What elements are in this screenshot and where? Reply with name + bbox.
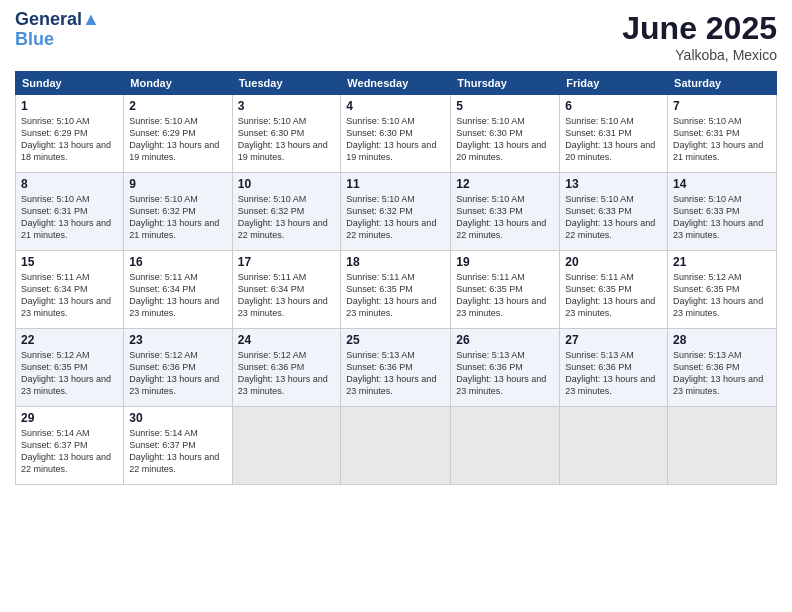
day-number: 10: [238, 177, 336, 191]
col-sunday: Sunday: [16, 72, 124, 95]
day-info: Sunrise: 5:13 AM Sunset: 6:36 PM Dayligh…: [346, 349, 445, 398]
calendar-cell: 25 Sunrise: 5:13 AM Sunset: 6:36 PM Dayl…: [341, 329, 451, 407]
day-number: 22: [21, 333, 118, 347]
day-info: Sunrise: 5:10 AM Sunset: 6:33 PM Dayligh…: [565, 193, 662, 242]
day-number: 3: [238, 99, 336, 113]
calendar-week-5: 29 Sunrise: 5:14 AM Sunset: 6:37 PM Dayl…: [16, 407, 777, 485]
calendar-cell: 10 Sunrise: 5:10 AM Sunset: 6:32 PM Dayl…: [232, 173, 341, 251]
calendar-cell: 7 Sunrise: 5:10 AM Sunset: 6:31 PM Dayli…: [668, 95, 777, 173]
day-info: Sunrise: 5:13 AM Sunset: 6:36 PM Dayligh…: [565, 349, 662, 398]
calendar-cell: 9 Sunrise: 5:10 AM Sunset: 6:32 PM Dayli…: [124, 173, 232, 251]
calendar-cell: 21 Sunrise: 5:12 AM Sunset: 6:35 PM Dayl…: [668, 251, 777, 329]
day-number: 16: [129, 255, 226, 269]
title-area: June 2025 Yalkoba, Mexico: [622, 10, 777, 63]
calendar-table: Sunday Monday Tuesday Wednesday Thursday…: [15, 71, 777, 485]
col-monday: Monday: [124, 72, 232, 95]
calendar-cell: 16 Sunrise: 5:11 AM Sunset: 6:34 PM Dayl…: [124, 251, 232, 329]
day-info: Sunrise: 5:10 AM Sunset: 6:31 PM Dayligh…: [21, 193, 118, 242]
day-info: Sunrise: 5:10 AM Sunset: 6:29 PM Dayligh…: [21, 115, 118, 164]
day-number: 14: [673, 177, 771, 191]
day-number: 2: [129, 99, 226, 113]
day-number: 17: [238, 255, 336, 269]
day-number: 27: [565, 333, 662, 347]
day-info: Sunrise: 5:10 AM Sunset: 6:29 PM Dayligh…: [129, 115, 226, 164]
calendar-cell: 2 Sunrise: 5:10 AM Sunset: 6:29 PM Dayli…: [124, 95, 232, 173]
day-number: 6: [565, 99, 662, 113]
calendar-week-4: 22 Sunrise: 5:12 AM Sunset: 6:35 PM Dayl…: [16, 329, 777, 407]
day-info: Sunrise: 5:10 AM Sunset: 6:30 PM Dayligh…: [456, 115, 554, 164]
calendar-week-1: 1 Sunrise: 5:10 AM Sunset: 6:29 PM Dayli…: [16, 95, 777, 173]
calendar-cell: 28 Sunrise: 5:13 AM Sunset: 6:36 PM Dayl…: [668, 329, 777, 407]
calendar-cell: 13 Sunrise: 5:10 AM Sunset: 6:33 PM Dayl…: [560, 173, 668, 251]
day-number: 15: [21, 255, 118, 269]
calendar-cell: 5 Sunrise: 5:10 AM Sunset: 6:30 PM Dayli…: [451, 95, 560, 173]
calendar-cell: 26 Sunrise: 5:13 AM Sunset: 6:36 PM Dayl…: [451, 329, 560, 407]
day-number: 1: [21, 99, 118, 113]
day-info: Sunrise: 5:13 AM Sunset: 6:36 PM Dayligh…: [673, 349, 771, 398]
col-saturday: Saturday: [668, 72, 777, 95]
calendar-cell: 27 Sunrise: 5:13 AM Sunset: 6:36 PM Dayl…: [560, 329, 668, 407]
calendar-cell: 1 Sunrise: 5:10 AM Sunset: 6:29 PM Dayli…: [16, 95, 124, 173]
calendar-week-3: 15 Sunrise: 5:11 AM Sunset: 6:34 PM Dayl…: [16, 251, 777, 329]
day-number: 8: [21, 177, 118, 191]
day-info: Sunrise: 5:14 AM Sunset: 6:37 PM Dayligh…: [129, 427, 226, 476]
day-number: 21: [673, 255, 771, 269]
day-number: 12: [456, 177, 554, 191]
day-number: 23: [129, 333, 226, 347]
day-info: Sunrise: 5:10 AM Sunset: 6:31 PM Dayligh…: [673, 115, 771, 164]
day-info: Sunrise: 5:10 AM Sunset: 6:33 PM Dayligh…: [456, 193, 554, 242]
calendar-cell: 19 Sunrise: 5:11 AM Sunset: 6:35 PM Dayl…: [451, 251, 560, 329]
col-wednesday: Wednesday: [341, 72, 451, 95]
day-info: Sunrise: 5:11 AM Sunset: 6:34 PM Dayligh…: [238, 271, 336, 320]
day-number: 9: [129, 177, 226, 191]
day-info: Sunrise: 5:12 AM Sunset: 6:35 PM Dayligh…: [21, 349, 118, 398]
month-title: June 2025: [622, 10, 777, 47]
calendar-cell: [451, 407, 560, 485]
day-info: Sunrise: 5:14 AM Sunset: 6:37 PM Dayligh…: [21, 427, 118, 476]
day-info: Sunrise: 5:10 AM Sunset: 6:32 PM Dayligh…: [238, 193, 336, 242]
day-number: 4: [346, 99, 445, 113]
calendar-cell: 18 Sunrise: 5:11 AM Sunset: 6:35 PM Dayl…: [341, 251, 451, 329]
day-number: 20: [565, 255, 662, 269]
calendar-cell: 30 Sunrise: 5:14 AM Sunset: 6:37 PM Dayl…: [124, 407, 232, 485]
calendar-cell: 8 Sunrise: 5:10 AM Sunset: 6:31 PM Dayli…: [16, 173, 124, 251]
calendar-cell: 6 Sunrise: 5:10 AM Sunset: 6:31 PM Dayli…: [560, 95, 668, 173]
calendar-cell: 23 Sunrise: 5:12 AM Sunset: 6:36 PM Dayl…: [124, 329, 232, 407]
day-number: 29: [21, 411, 118, 425]
day-info: Sunrise: 5:12 AM Sunset: 6:35 PM Dayligh…: [673, 271, 771, 320]
calendar-cell: 12 Sunrise: 5:10 AM Sunset: 6:33 PM Dayl…: [451, 173, 560, 251]
calendar-cell: 24 Sunrise: 5:12 AM Sunset: 6:36 PM Dayl…: [232, 329, 341, 407]
day-info: Sunrise: 5:10 AM Sunset: 6:33 PM Dayligh…: [673, 193, 771, 242]
calendar-cell: 29 Sunrise: 5:14 AM Sunset: 6:37 PM Dayl…: [16, 407, 124, 485]
day-number: 7: [673, 99, 771, 113]
day-number: 18: [346, 255, 445, 269]
calendar-cell: 14 Sunrise: 5:10 AM Sunset: 6:33 PM Dayl…: [668, 173, 777, 251]
calendar-week-2: 8 Sunrise: 5:10 AM Sunset: 6:31 PM Dayli…: [16, 173, 777, 251]
day-info: Sunrise: 5:13 AM Sunset: 6:36 PM Dayligh…: [456, 349, 554, 398]
calendar-cell: 22 Sunrise: 5:12 AM Sunset: 6:35 PM Dayl…: [16, 329, 124, 407]
day-number: 5: [456, 99, 554, 113]
calendar-header-row: Sunday Monday Tuesday Wednesday Thursday…: [16, 72, 777, 95]
day-info: Sunrise: 5:10 AM Sunset: 6:30 PM Dayligh…: [346, 115, 445, 164]
page: General▲ Blue June 2025 Yalkoba, Mexico …: [0, 0, 792, 612]
day-info: Sunrise: 5:11 AM Sunset: 6:34 PM Dayligh…: [21, 271, 118, 320]
day-info: Sunrise: 5:10 AM Sunset: 6:32 PM Dayligh…: [346, 193, 445, 242]
day-number: 24: [238, 333, 336, 347]
day-info: Sunrise: 5:11 AM Sunset: 6:35 PM Dayligh…: [565, 271, 662, 320]
col-tuesday: Tuesday: [232, 72, 341, 95]
day-info: Sunrise: 5:10 AM Sunset: 6:30 PM Dayligh…: [238, 115, 336, 164]
col-friday: Friday: [560, 72, 668, 95]
day-number: 13: [565, 177, 662, 191]
col-thursday: Thursday: [451, 72, 560, 95]
day-info: Sunrise: 5:11 AM Sunset: 6:34 PM Dayligh…: [129, 271, 226, 320]
calendar-cell: 3 Sunrise: 5:10 AM Sunset: 6:30 PM Dayli…: [232, 95, 341, 173]
day-number: 28: [673, 333, 771, 347]
calendar-cell: 4 Sunrise: 5:10 AM Sunset: 6:30 PM Dayli…: [341, 95, 451, 173]
logo-text: General▲: [15, 10, 100, 30]
day-number: 30: [129, 411, 226, 425]
calendar-cell: [232, 407, 341, 485]
logo: General▲ Blue: [15, 10, 100, 50]
logo-text2: Blue: [15, 30, 100, 50]
day-info: Sunrise: 5:10 AM Sunset: 6:32 PM Dayligh…: [129, 193, 226, 242]
calendar-cell: 11 Sunrise: 5:10 AM Sunset: 6:32 PM Dayl…: [341, 173, 451, 251]
